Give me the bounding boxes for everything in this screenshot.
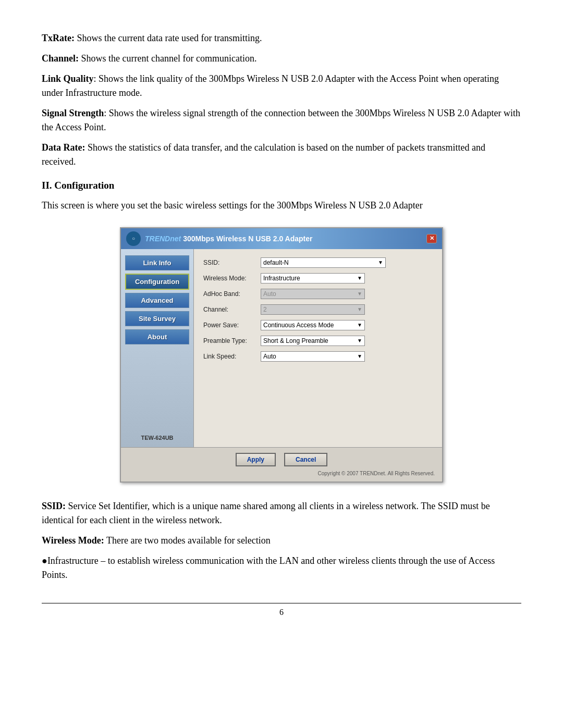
channel-select: 2 ▼ (261, 304, 365, 315)
datarate-paragraph: Data Rate: Shows the statistics of data … (42, 141, 521, 169)
dialog-footer: Apply Cancel Copyright © 2007 TRENDnet. … (121, 447, 442, 482)
dialog-body: Link Info Configuration Advanced Site Su… (121, 249, 442, 447)
channel-form-label: Channel: (203, 306, 261, 313)
trendnet-logo-icon: ○ (126, 231, 141, 246)
power-save-row: Power Save: Continuous Access Mode ▼ (203, 320, 433, 330)
datarate-label: Data Rate: (42, 142, 85, 153)
datarate-text: Shows the statistics of data transfer, a… (42, 142, 485, 167)
channel-value: 2 (263, 306, 267, 313)
link-speed-label: Link Speed: (203, 353, 261, 360)
cancel-button[interactable]: Cancel (284, 453, 327, 466)
ssid-arrow: ▼ (378, 260, 383, 265)
copyright-text: Copyright © 2007 TRENDnet. All Rights Re… (128, 471, 435, 476)
bullet-infra-paragraph: ●Infrastructure – to establish wireless … (42, 554, 521, 582)
preamble-type-select[interactable]: Short & Long Preamble ▼ (261, 336, 365, 346)
link-speed-arrow: ▼ (357, 353, 362, 359)
ssid-control[interactable]: default-N ▼ (261, 257, 433, 268)
txrate-text: Shows the current data rate used for tra… (75, 33, 262, 43)
txrate-paragraph: TxRate: Shows the current data rate used… (42, 31, 521, 45)
sidebar-advanced[interactable]: Advanced (125, 293, 189, 308)
adhoc-band-label: AdHoc Band: (203, 290, 261, 298)
wireless-mode-select[interactable]: Infrastructure ▼ (261, 273, 365, 283)
channel-control: 2 ▼ (261, 304, 433, 315)
link-speed-row: Link Speed: Auto ▼ (203, 351, 433, 362)
sidebar-about[interactable]: About (125, 329, 189, 344)
channel-arrow: ▼ (357, 306, 362, 312)
txrate-label: TxRate: (42, 33, 75, 43)
ssid-desc-text: Service Set Identifier, which is a uniqu… (42, 501, 490, 525)
power-save-select[interactable]: Continuous Access Mode ▼ (261, 320, 365, 330)
preamble-type-row: Preamble Type: Short & Long Preamble ▼ (203, 336, 433, 346)
close-button[interactable]: ✕ (426, 234, 437, 243)
signalstrength-text: : Shows the wireless signal strength of … (42, 108, 520, 132)
signalstrength-label: Signal Strength (42, 108, 104, 118)
linkquality-paragraph: Link Quality: Shows the link quality of … (42, 72, 521, 100)
footer-buttons: Apply Cancel (128, 453, 435, 466)
wireless-mode-desc-label: Wireless Mode: (42, 535, 104, 546)
adhoc-band-row: AdHoc Band: Auto ▼ (203, 289, 433, 299)
adhoc-band-value: Auto (263, 290, 276, 298)
power-save-label: Power Save: (203, 322, 261, 329)
link-speed-control[interactable]: Auto ▼ (261, 351, 433, 362)
channel-row: Channel: 2 ▼ (203, 304, 433, 315)
page-number: 6 (42, 603, 521, 617)
adhoc-band-select: Auto ▼ (261, 289, 365, 299)
sidebar-site-survey[interactable]: Site Survey (125, 311, 189, 326)
preamble-type-label: Preamble Type: (203, 337, 261, 344)
ssid-value: default-N (263, 259, 289, 266)
power-save-arrow: ▼ (357, 322, 362, 328)
wireless-mode-desc-text: There are two modes available for select… (104, 535, 271, 546)
dialog-title-text: 300Mbps Wireless N USB 2.0 Adapter (183, 235, 312, 243)
preamble-type-control[interactable]: Short & Long Preamble ▼ (261, 336, 433, 346)
dialog-main: SSID: default-N ▼ Wireless Mode: (194, 249, 442, 447)
channel-label: Channel: (42, 53, 79, 64)
channel-text: Shows the current channel for communicat… (79, 53, 256, 64)
power-save-control[interactable]: Continuous Access Mode ▼ (261, 320, 433, 330)
dialog-titlebar: ○ TRENDnet 300Mbps Wireless N USB 2.0 Ad… (121, 228, 442, 249)
ssid-form-label: SSID: (203, 259, 261, 266)
adhoc-band-control: Auto ▼ (261, 289, 433, 299)
dialog-title: TRENDnet 300Mbps Wireless N USB 2.0 Adap… (145, 235, 312, 243)
ssid-desc-label: SSID: (42, 501, 66, 511)
apply-button[interactable]: Apply (236, 453, 276, 466)
adhoc-band-arrow: ▼ (357, 291, 362, 297)
signalstrength-paragraph: Signal Strength: Shows the wireless sign… (42, 106, 521, 134)
section-heading: II. Configuration (42, 178, 521, 193)
ssid-row: SSID: default-N ▼ (203, 257, 433, 268)
dialog-sidebar: Link Info Configuration Advanced Site Su… (121, 249, 194, 447)
wireless-mode-desc-paragraph: Wireless Mode: There are two modes avail… (42, 534, 521, 548)
wireless-mode-arrow: ▼ (357, 275, 362, 281)
link-speed-value: Auto (263, 353, 276, 360)
wireless-mode-label: Wireless Mode: (203, 275, 261, 282)
channel-paragraph: Channel: Shows the current channel for c… (42, 52, 521, 66)
ssid-desc-paragraph: SSID: Service Set Identifier, which is a… (42, 499, 521, 527)
bullet-symbol: ● (42, 556, 47, 566)
link-speed-select[interactable]: Auto ▼ (261, 351, 365, 362)
model-number: TEW-624UB (125, 430, 189, 441)
titlebar-left: ○ TRENDnet 300Mbps Wireless N USB 2.0 Ad… (126, 231, 312, 246)
trendnet-dialog: ○ TRENDnet 300Mbps Wireless N USB 2.0 Ad… (120, 227, 443, 483)
wireless-mode-control[interactable]: Infrastructure ▼ (261, 273, 433, 283)
sidebar-link-info[interactable]: Link Info (125, 255, 189, 270)
section-intro: This screen is where you set the basic w… (42, 199, 521, 213)
content-area: TxRate: Shows the current data rate used… (42, 31, 521, 617)
ssid-select[interactable]: default-N ▼ (261, 257, 386, 268)
sidebar-configuration[interactable]: Configuration (125, 274, 189, 290)
preamble-type-arrow: ▼ (357, 338, 362, 343)
power-save-value: Continuous Access Mode (263, 322, 334, 329)
bullet-infra-text: Infrastructure – to establish wireless c… (42, 556, 495, 580)
linkquality-label: Link Quality (42, 73, 94, 84)
linkquality-text: : Shows the link quality of the 300Mbps … (42, 73, 499, 98)
wireless-mode-value: Infrastructure (263, 275, 300, 282)
wireless-mode-row: Wireless Mode: Infrastructure ▼ (203, 273, 433, 283)
preamble-type-value: Short & Long Preamble (263, 337, 328, 344)
dialog-wrapper: ○ TRENDnet 300Mbps Wireless N USB 2.0 Ad… (42, 227, 521, 483)
